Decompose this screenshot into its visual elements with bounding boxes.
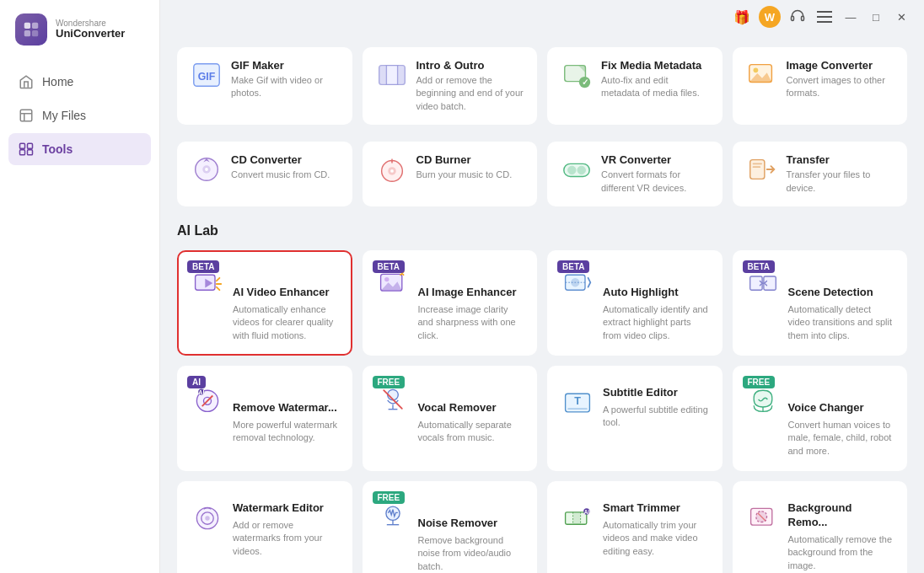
voice-changer-badge: Free bbox=[743, 376, 776, 388]
smart-trimmer-title: Smart Trimmer bbox=[603, 501, 709, 516]
gif-maker-title: GIF Maker bbox=[231, 59, 339, 72]
tool-card-scene-detection[interactable]: Beta Scene Detection Automatically detec… bbox=[733, 250, 908, 356]
gif-maker-icon: GIF bbox=[191, 59, 223, 91]
tool-card-smart-trimmer[interactable]: AI Smart Trimmer Automatically trim your… bbox=[547, 481, 723, 573]
cd-converter-icon bbox=[191, 153, 223, 185]
maximize-button[interactable]: □ bbox=[867, 8, 885, 26]
remove-watermark-badge: AI bbox=[187, 376, 206, 388]
scene-detection-desc: Automatically detect video transitions a… bbox=[788, 303, 894, 342]
ai-lab-grid: Beta AI Video Enhancer Automatically enh… bbox=[177, 250, 907, 573]
tool-card-intro-outro[interactable]: Intro & Outro Add or remove the beginnin… bbox=[363, 47, 538, 125]
tool-card-subtitle-editor[interactable]: T Subtitle Editor A powerful subtitle ed… bbox=[547, 366, 723, 471]
svg-point-38 bbox=[578, 166, 586, 174]
sidebar-item-my-files-label: My Files bbox=[42, 109, 86, 122]
tool-card-image-converter[interactable]: Image Converter Convert images to other … bbox=[733, 47, 908, 125]
noise-remover-title: Noise Remover bbox=[418, 517, 524, 531]
tool-card-auto-highlight[interactable]: Beta Auto Highlight Automatically identi… bbox=[547, 250, 723, 356]
menu-button[interactable] bbox=[814, 7, 835, 27]
vocal-remover-desc: Automatically separate vocals from music… bbox=[418, 419, 524, 445]
vr-converter-title: VR Converter bbox=[601, 153, 709, 166]
cd-burner-desc: Burn your music to CD. bbox=[416, 169, 513, 181]
background-remover-icon bbox=[746, 501, 780, 535]
watermark-editor-icon bbox=[191, 501, 224, 535]
tool-card-transfer[interactable]: Transfer Transfer your files to device. bbox=[733, 142, 908, 206]
scroll-area[interactable]: GIF GIF Maker Make Gif with video or pho… bbox=[160, 34, 924, 573]
tool-card-ai-image-enhancer[interactable]: Beta AI Image Enhancer Increase image cl… bbox=[363, 250, 538, 356]
scene-detection-badge: Beta bbox=[743, 260, 775, 273]
fix-media-metadata-desc: Auto-fix and edit metadata of media file… bbox=[601, 74, 709, 100]
sidebar: Wondershare UniConverter Home My Fil bbox=[0, 0, 160, 573]
svg-point-37 bbox=[568, 166, 577, 174]
svg-rect-11 bbox=[792, 16, 794, 20]
tool-card-vr-converter[interactable]: VR Converter Convert formats for differe… bbox=[547, 142, 723, 206]
auto-highlight-desc: Automatically identify and extract highl… bbox=[603, 303, 709, 342]
fix-media-metadata-icon: ✓ bbox=[561, 59, 593, 91]
minimize-button[interactable]: — bbox=[841, 8, 860, 26]
top-tools-grid-row1: GIF GIF Maker Make Gif with video or pho… bbox=[177, 47, 907, 125]
vocal-remover-title: Vocal Remover bbox=[418, 401, 524, 415]
svg-rect-74 bbox=[573, 512, 581, 524]
sidebar-item-my-files[interactable]: My Files bbox=[8, 99, 151, 131]
smart-trimmer-desc: Automatically trim your videos and make … bbox=[603, 519, 709, 558]
background-remover-desc: Automatically remove the background from… bbox=[788, 533, 894, 572]
tool-card-vocal-remover[interactable]: Free Vocal Remover Automatically bbox=[363, 366, 538, 471]
cd-converter-title: CD Converter bbox=[231, 153, 330, 166]
gif-maker-desc: Make Gif with video or photos. bbox=[231, 74, 339, 100]
titlebar-actions: 🎁 W — □ ✕ bbox=[732, 6, 911, 28]
background-remover-title: Background Remo... bbox=[788, 501, 894, 530]
top-tools-grid-row2: CD Converter Convert music from CD. bbox=[177, 142, 907, 206]
scene-detection-title: Scene Detection bbox=[788, 286, 894, 300]
subtitle-editor-icon: T bbox=[561, 386, 594, 420]
voice-changer-title: Voice Changer bbox=[788, 401, 894, 415]
svg-point-49 bbox=[572, 279, 579, 286]
home-icon bbox=[19, 74, 34, 89]
files-icon bbox=[19, 108, 34, 123]
svg-rect-9 bbox=[20, 150, 25, 155]
ai-video-enhancer-desc: Automatically enhance videos for clearer… bbox=[233, 303, 339, 342]
subtitle-editor-title: Subtitle Editor bbox=[603, 386, 709, 400]
image-converter-title: Image Converter bbox=[787, 59, 894, 72]
tool-card-ai-video-enhancer[interactable]: Beta AI Video Enhancer Automatically enh… bbox=[177, 250, 352, 356]
sidebar-item-home[interactable]: Home bbox=[8, 66, 151, 98]
tool-card-remove-watermark[interactable]: AI AI Remove Watermar... More powe bbox=[177, 366, 352, 471]
logo-icon bbox=[15, 13, 47, 46]
cd-burner-icon bbox=[376, 153, 408, 185]
sidebar-item-tools[interactable]: Tools bbox=[8, 133, 151, 165]
tool-card-cd-converter[interactable]: CD Converter Convert music from CD. bbox=[177, 142, 352, 206]
vocal-remover-badge: Free bbox=[373, 376, 406, 388]
ai-image-enhancer-desc: Increase image clarity and sharpness wit… bbox=[418, 303, 524, 342]
svg-text:GIF: GIF bbox=[198, 71, 216, 83]
svg-text:T: T bbox=[574, 395, 581, 407]
close-button[interactable]: ✕ bbox=[892, 8, 911, 26]
svg-rect-50 bbox=[749, 276, 761, 290]
svg-point-67 bbox=[205, 516, 209, 520]
svg-rect-22 bbox=[397, 66, 405, 85]
main-content: 🎁 W — □ ✕ bbox=[160, 0, 924, 573]
svg-rect-2 bbox=[24, 30, 30, 36]
gift-button[interactable]: 🎁 bbox=[732, 7, 752, 27]
ai-image-enhancer-badge: Beta bbox=[373, 260, 405, 273]
svg-rect-8 bbox=[28, 143, 33, 148]
logo-name: UniConverter bbox=[56, 28, 125, 40]
voice-changer-desc: Convert human voices to male, female, ch… bbox=[788, 419, 894, 458]
tool-card-voice-changer[interactable]: Free Voice Changer Convert human voices … bbox=[733, 366, 908, 471]
app-logo: Wondershare UniConverter bbox=[0, 13, 159, 66]
tool-card-gif-maker[interactable]: GIF GIF Maker Make Gif with video or pho… bbox=[177, 47, 352, 125]
remove-watermark-desc: More powerful watermark removal technolo… bbox=[233, 419, 339, 445]
tool-card-noise-remover[interactable]: Free Noise Remover Remove background noi… bbox=[363, 481, 538, 573]
tool-card-fix-media-metadata[interactable]: ✓ Fix Media Metadata Auto-fix and edit m… bbox=[547, 47, 723, 125]
tool-card-watermark-editor[interactable]: Watermark Editor Add or remove watermark… bbox=[177, 481, 352, 573]
user-avatar[interactable]: W bbox=[759, 6, 781, 28]
svg-rect-51 bbox=[763, 276, 775, 290]
intro-outro-desc: Add or remove the beginning and end of y… bbox=[416, 74, 524, 113]
tool-card-cd-burner[interactable]: CD Burner Burn your music to CD. bbox=[363, 142, 538, 206]
smart-trimmer-icon: AI bbox=[561, 501, 594, 535]
transfer-icon bbox=[746, 153, 778, 185]
svg-rect-39 bbox=[749, 160, 764, 179]
svg-rect-7 bbox=[20, 143, 25, 148]
svg-rect-63 bbox=[567, 408, 587, 410]
sidebar-item-tools-label: Tools bbox=[42, 142, 73, 156]
svg-text:AI: AI bbox=[584, 509, 590, 515]
tool-card-background-remover[interactable]: Background Remo... Automatically remove … bbox=[733, 481, 908, 573]
headphone-button[interactable] bbox=[787, 7, 808, 27]
